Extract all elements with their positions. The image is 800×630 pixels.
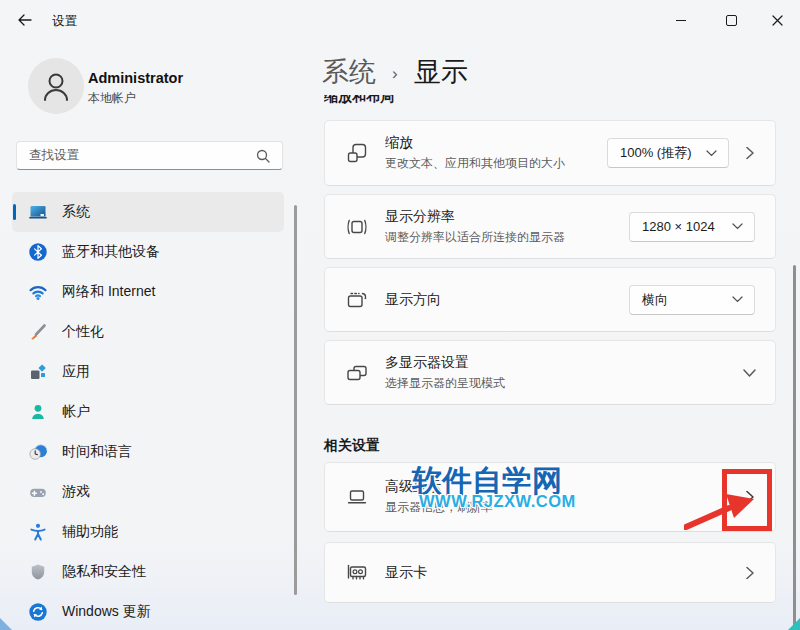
minimize-icon (676, 20, 686, 21)
profile-name: Administrator (88, 70, 183, 86)
back-button[interactable] (10, 8, 40, 32)
row-title: 多显示器设置 (385, 354, 505, 372)
corner-accent-bottom-left (0, 618, 12, 630)
search-placeholder: 查找设置 (29, 147, 256, 164)
row-title: 显示分辨率 (385, 208, 565, 226)
content-scrollbar[interactable] (793, 265, 796, 627)
row-title: 缩放 (385, 134, 565, 152)
apps-icon (28, 362, 48, 382)
sidebar-item-label: 应用 (62, 363, 90, 381)
scale-dropdown-value: 100% (推荐) (620, 144, 692, 162)
setting-row-display-adapter[interactable]: 显示卡 (324, 542, 776, 603)
setting-row-multiple-displays[interactable]: 多显示器设置 选择显示器的呈现模式 (324, 340, 776, 405)
scale-dropdown[interactable]: 100% (推荐) (607, 138, 729, 168)
sidebar-item-label: 游戏 (62, 483, 90, 501)
chevron-down-icon[interactable] (743, 369, 756, 377)
chevron-right-icon[interactable] (746, 147, 754, 160)
sidebar-item-label: 时间和语言 (62, 443, 132, 461)
multi-display-icon (345, 362, 369, 384)
scale-icon (345, 142, 369, 164)
sidebar-item-bluetooth[interactable]: 蓝牙和其他设备 (12, 232, 284, 272)
corner-accent-bottom-right (788, 618, 800, 630)
row-subtitle: 调整分辨率以适合所连接的显示器 (385, 229, 565, 246)
chevron-down-icon (732, 296, 743, 303)
close-button[interactable] (754, 0, 800, 40)
bluetooth-icon (28, 242, 48, 262)
privacy-shield-icon (28, 562, 48, 582)
orientation-dropdown[interactable]: 横向 (629, 285, 755, 315)
maximize-icon (726, 15, 737, 26)
orientation-icon (345, 289, 369, 311)
sidebar-item-label: 蓝牙和其他设备 (62, 243, 160, 261)
row-subtitle: 更改文本、应用和其他项目的大小 (385, 155, 565, 172)
sidebar-item-accessibility[interactable]: 辅助功能 (12, 512, 284, 552)
sidebar-item-label: 帐户 (62, 403, 90, 421)
profile-account-type: 本地帐户 (88, 90, 136, 107)
maximize-button[interactable] (708, 0, 754, 40)
breadcrumb: 系统 › 显示 (322, 54, 468, 90)
breadcrumb-parent[interactable]: 系统 (322, 54, 376, 90)
row-subtitle: 选择显示器的呈现模式 (385, 375, 505, 392)
windows-update-icon (28, 602, 48, 622)
personalization-icon (28, 322, 48, 342)
network-icon (28, 282, 48, 302)
sidebar-item-label: 辅助功能 (62, 523, 118, 541)
chevron-right-icon[interactable] (746, 566, 754, 579)
sidebar-item-apps[interactable]: 应用 (12, 352, 284, 392)
search-icon (256, 149, 270, 163)
gpu-card-icon (345, 562, 369, 584)
page-title: 显示 (414, 54, 468, 90)
back-arrow-icon (17, 13, 33, 27)
resolution-icon (345, 216, 369, 238)
sidebar-item-system[interactable]: 系统 (12, 192, 284, 232)
sidebar-item-label: 网络和 Internet (62, 283, 155, 301)
sidebar-item-gaming[interactable]: 游戏 (12, 472, 284, 512)
row-title: 显示卡 (385, 564, 427, 582)
sidebar-scrollbar[interactable] (294, 205, 297, 595)
section-header-related: 相关设置 (324, 437, 380, 455)
chevron-down-icon (732, 223, 743, 230)
time-language-icon (28, 442, 48, 462)
selected-indicator (13, 204, 16, 220)
section-header-scale-layout-clipped: 缩放和布局 (324, 95, 524, 108)
annotation-arrow-icon (684, 490, 758, 530)
advanced-display-icon (345, 486, 369, 508)
row-title: 显示方向 (385, 291, 441, 309)
sidebar-item-label: 系统 (62, 203, 90, 221)
close-icon (772, 15, 783, 26)
breadcrumb-separator: › (392, 64, 398, 84)
avatar[interactable] (28, 58, 84, 114)
chevron-down-icon (706, 150, 717, 157)
sidebar-item-privacy[interactable]: 隐私和安全性 (12, 552, 284, 592)
search-input[interactable]: 查找设置 (16, 141, 283, 170)
resolution-dropdown[interactable]: 1280 × 1024 (629, 212, 755, 242)
setting-row-scale: 缩放 更改文本、应用和其他项目的大小 100% (推荐) (324, 120, 776, 186)
accounts-icon (28, 402, 48, 422)
sidebar-item-accounts[interactable]: 帐户 (12, 392, 284, 432)
app-title: 设置 (52, 13, 77, 30)
sidebar-item-label: Windows 更新 (62, 603, 151, 621)
watermark-site-url: WWW.RJZXW.COM (419, 492, 576, 511)
sidebar-item-label: 隐私和安全性 (62, 563, 146, 581)
setting-row-resolution: 显示分辨率 调整分辨率以适合所连接的显示器 1280 × 1024 (324, 194, 776, 259)
person-icon (40, 69, 72, 103)
sidebar-item-windows-update[interactable]: Windows 更新 (12, 592, 284, 630)
resolution-dropdown-value: 1280 × 1024 (642, 219, 715, 234)
sidebar-item-time-language[interactable]: 时间和语言 (12, 432, 284, 472)
system-icon (28, 202, 48, 222)
orientation-dropdown-value: 横向 (642, 291, 668, 309)
sidebar-item-label: 个性化 (62, 323, 104, 341)
accessibility-icon (28, 522, 48, 542)
gaming-icon (28, 482, 48, 502)
titlebar: 设置 (0, 0, 800, 40)
setting-row-orientation: 显示方向 横向 (324, 267, 776, 332)
sidebar-item-network[interactable]: 网络和 Internet (12, 272, 284, 312)
minimize-button[interactable] (658, 0, 704, 40)
sidebar: 系统 蓝牙和其他设备 网络和 Internet (12, 192, 284, 630)
sidebar-item-personalization[interactable]: 个性化 (12, 312, 284, 352)
